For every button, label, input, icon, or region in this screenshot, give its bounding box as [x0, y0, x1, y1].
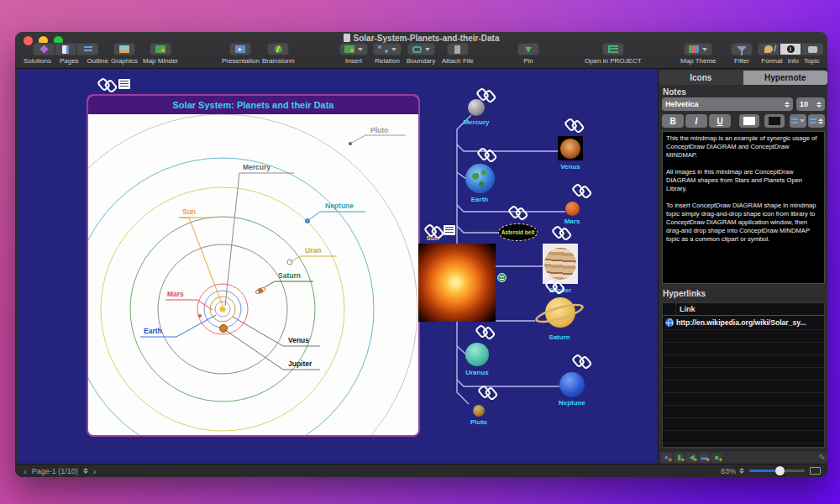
notes-text-area[interactable]: This the mindmap is an example of synerg…: [662, 131, 825, 284]
open-in-project-button-item: Open in PROJECT: [585, 43, 642, 65]
graphics-button[interactable]: [113, 43, 135, 55]
jupiter-node-image[interactable]: [543, 244, 578, 284]
add-symbol-button[interactable]: ■+: [711, 453, 722, 463]
add-topic-button[interactable]: ◀+: [686, 453, 697, 463]
italic-button[interactable]: I: [685, 114, 707, 128]
sun-node-label[interactable]: Sun: [426, 234, 438, 242]
attach-file-button[interactable]: [447, 43, 469, 55]
tab-icons[interactable]: Icons: [659, 71, 743, 85]
info-label: Info: [788, 57, 799, 65]
pages-button[interactable]: [55, 43, 76, 55]
mindmap-canvas[interactable]: Solar System: Planets and their Data: [18, 69, 658, 464]
black-swatch: [769, 117, 780, 125]
alignment-dropdown[interactable]: [808, 114, 825, 128]
venus-node-label[interactable]: Venus: [560, 163, 580, 171]
window-title: Solar-System-Planets-and-their-Data: [15, 34, 827, 43]
panel-tabs: Icons Hypernote: [659, 71, 827, 85]
boundary-button[interactable]: [407, 43, 435, 55]
outline-button[interactable]: [76, 43, 98, 55]
sun-node-image[interactable]: [418, 244, 496, 322]
bold-button[interactable]: B: [662, 114, 684, 128]
pages-icon: [62, 45, 69, 54]
map-minder-button[interactable]: [150, 43, 171, 55]
app-window: Solar-System-Planets-and-their-Data Solu…: [15, 32, 827, 477]
asteroid-belt-node[interactable]: Asteroid belt: [498, 223, 538, 241]
pencil-icon[interactable]: ✎: [819, 453, 826, 462]
map-minder-button-item: Map Minder: [143, 43, 178, 65]
hyperlink-icon-column: [663, 303, 676, 315]
venus-node-image[interactable]: [558, 136, 583, 160]
hyperlink-url[interactable]: http://en.wikipedia.org/wiki/Solar_sy...: [676, 318, 806, 327]
highlight-color-button[interactable]: [764, 114, 785, 128]
earth-node-image[interactable]: [465, 164, 495, 193]
mars-node-label[interactable]: Mars: [564, 218, 580, 225]
fit-to-screen-icon[interactable]: [810, 467, 821, 475]
solar-system-orbit-diagram: Pluto Mercury Neptune Sun Uran Saturn Ma…: [88, 114, 418, 437]
empty-row: [663, 355, 824, 368]
filter-icon: [737, 46, 747, 52]
topic-button[interactable]: [801, 43, 823, 55]
orbit-label-uranus: Uran: [305, 246, 321, 255]
bullet-list-icon: [791, 118, 798, 124]
mars-node-image[interactable]: [565, 202, 580, 216]
zoom-slider-knob[interactable]: [775, 466, 785, 475]
format-button[interactable]: /: [758, 43, 780, 55]
pin-button[interactable]: [517, 43, 539, 55]
map-theme-label: Map Theme: [680, 57, 717, 65]
font-family-value: Helvetica: [665, 100, 699, 108]
mercury-node-image[interactable]: [468, 99, 485, 116]
relation-badge-icon[interactable]: [497, 273, 507, 282]
neptune-node-image[interactable]: [559, 372, 585, 397]
font-size-stepper[interactable]: 10: [796, 97, 825, 111]
prev-page-button[interactable]: ‹: [18, 466, 32, 476]
open-in-project-button[interactable]: [602, 43, 624, 55]
filter-button[interactable]: [731, 43, 753, 55]
hyperlink-row[interactable]: http://en.wikipedia.org/wiki/Solar_sy...: [663, 316, 824, 330]
hyperlinks-table[interactable]: Link http://en.wikipedia.org/wiki/Solar_…: [662, 302, 825, 448]
pluto-node-image[interactable]: [473, 405, 485, 417]
orbit-label-mercury: Mercury: [243, 163, 270, 171]
hypernote-icon[interactable]: [444, 225, 455, 235]
zoom-slider[interactable]: [749, 470, 805, 472]
saturn-node-label[interactable]: Saturn: [549, 333, 570, 341]
presentation-label: Presentation: [222, 57, 260, 65]
zoom-stepper[interactable]: [739, 468, 744, 474]
solutions-button[interactable]: [33, 43, 55, 55]
font-family-select[interactable]: Helvetica: [662, 97, 793, 111]
pluto-node-label[interactable]: Pluto: [470, 418, 487, 426]
uranus-node-image[interactable]: [465, 343, 489, 366]
presentation-icon: [235, 45, 245, 53]
boundary-button-item: Boundary: [407, 43, 435, 65]
presentation-button[interactable]: [229, 43, 251, 55]
info-button[interactable]: i: [780, 43, 801, 55]
relation-button[interactable]: [373, 43, 402, 55]
chevron-down-icon: [800, 119, 805, 123]
main-topic-image[interactable]: Solar System: Planets and their Data: [87, 94, 420, 437]
graphics-button-item: Graphics: [111, 43, 138, 65]
add-note-button[interactable]: ▮+: [674, 453, 685, 463]
list-style-dropdown[interactable]: [790, 114, 806, 128]
insert-button[interactable]: [339, 43, 368, 55]
neptune-node-label[interactable]: Neptune: [559, 399, 585, 407]
hypernote-icon[interactable]: [118, 79, 130, 89]
add-hyperlink-button[interactable]: ●+: [661, 453, 672, 463]
earth-node-label[interactable]: Earth: [471, 196, 488, 203]
mercury-node-label[interactable]: Mercury: [463, 118, 489, 126]
tab-hypernote[interactable]: Hypernote: [743, 71, 828, 85]
next-page-button[interactable]: ›: [88, 466, 102, 476]
attach-file-icon: [454, 45, 460, 54]
brainstorm-button[interactable]: [267, 43, 289, 55]
globe-icon: [665, 318, 674, 327]
uranus-node-label[interactable]: Uranus: [465, 369, 489, 376]
toolbar-group-views: Solutions Pages Outline: [24, 43, 108, 65]
map-theme-button[interactable]: [684, 43, 712, 55]
insert-button-item: Insert: [339, 43, 368, 65]
saturn-node-image[interactable]: [533, 294, 585, 333]
window-chrome: Solar-System-Planets-and-their-Data Solu…: [15, 32, 827, 69]
add-comment-button[interactable]: ▬+: [699, 453, 710, 463]
font-size-value: 10: [800, 100, 808, 108]
insert-icon: [344, 45, 354, 53]
font-family-stepper[interactable]: [785, 102, 790, 108]
text-color-button[interactable]: [739, 114, 759, 128]
underline-button[interactable]: U: [709, 114, 731, 128]
